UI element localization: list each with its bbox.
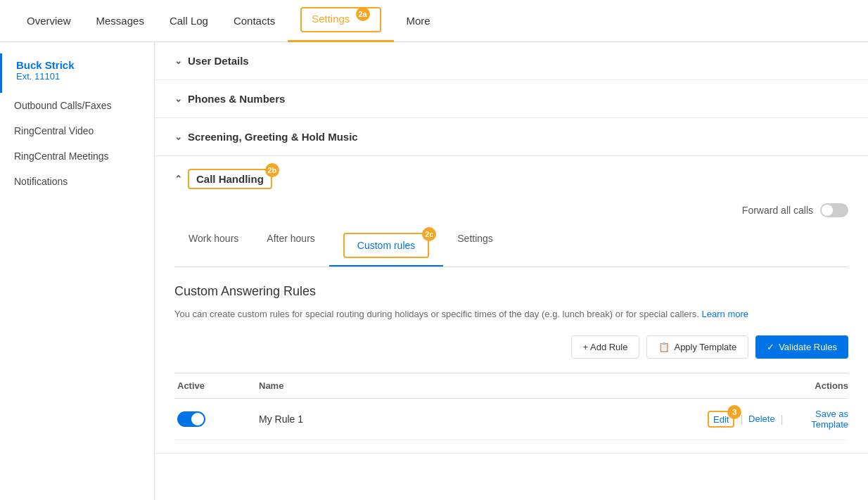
tab-after-hours[interactable]: After hours [253, 226, 328, 267]
rule-actions: Edit 3 | Delete | Save as Template [708, 409, 848, 430]
add-rule-button[interactable]: + Add Rule [571, 335, 640, 359]
settings-nav-outline: Settings 2a [300, 7, 381, 32]
forward-all-row: Forward all calls [174, 203, 848, 217]
call-handling-badge: 2b [265, 163, 279, 177]
sidebar-item-meetings[interactable]: RingCentral Meetings [0, 143, 154, 169]
phones-header[interactable]: ⌄ Phones & Numbers [174, 93, 848, 105]
screening-chevron: ⌄ [174, 132, 182, 142]
validate-rules-button[interactable]: ✓ Validate Rules [755, 335, 848, 359]
user-details-section: ⌄ User Details [155, 42, 868, 80]
nav-overview[interactable]: Overview [14, 0, 84, 42]
settings-badge: 2a [356, 7, 370, 21]
custom-rules-tab-badge: 2c [422, 227, 436, 241]
phones-section: ⌄ Phones & Numbers [155, 80, 868, 118]
sidebar-user-name: Buck Strick [16, 59, 140, 71]
call-handling-outline: Call Handling 2b [188, 169, 272, 189]
forward-all-label: Forward all calls [742, 205, 813, 216]
sidebar-item-notifications[interactable]: Notifications [0, 169, 154, 194]
learn-more-link[interactable]: Learn more [702, 309, 748, 319]
nav-calllog[interactable]: Call Log [157, 0, 221, 42]
edit-rule-link[interactable]: Edit [713, 414, 729, 425]
nav-messages[interactable]: Messages [84, 0, 157, 42]
tab-custom-rules[interactable]: Custom rules 2c [329, 226, 443, 267]
table-row: My Rule 1 Edit 3 | Delete | Save as Temp… [174, 399, 848, 440]
custom-rules-tab-outline: Custom rules 2c [343, 233, 429, 258]
apply-template-button[interactable]: 📋 Apply Template [646, 335, 748, 359]
col-header-name: Name [259, 380, 708, 391]
screening-header[interactable]: ⌄ Screening, Greeting & Hold Music [174, 131, 848, 143]
main-content: ⌄ User Details ⌄ Phones & Numbers ⌄ Scre… [155, 42, 868, 500]
sidebar-user: Buck Strick Ext. 11101 [0, 53, 154, 93]
custom-rules-tab-label: Custom rules [357, 240, 415, 251]
save-as-template-link[interactable]: Save as Template [789, 409, 848, 430]
nav-settings[interactable]: Settings 2a [288, 0, 393, 42]
user-details-label: User Details [188, 55, 249, 67]
rule-active-toggle-col [174, 411, 259, 427]
user-details-header[interactable]: ⌄ User Details [174, 55, 848, 67]
copy-icon: 📋 [658, 342, 670, 352]
rules-table: Active Name Actions My Rule 1 [174, 373, 848, 440]
nav-contacts[interactable]: Contacts [221, 0, 288, 42]
call-handling-header[interactable]: ⌃ Call Handling 2b [174, 169, 848, 189]
phones-chevron: ⌄ [174, 94, 182, 104]
call-handling-chevron: ⌃ [174, 174, 182, 184]
nav-more[interactable]: More [394, 0, 443, 42]
top-navigation: Overview Messages Call Log Contacts Sett… [0, 0, 868, 42]
phones-label: Phones & Numbers [188, 93, 285, 105]
screening-label: Screening, Greeting & Hold Music [188, 131, 358, 143]
col-header-active: Active [174, 380, 259, 391]
user-details-chevron: ⌄ [174, 56, 182, 66]
checkmark-icon: ✓ [767, 342, 774, 352]
custom-rules-title: Custom Answering Rules [174, 284, 848, 299]
custom-rules-content: Custom Answering Rules You can create cu… [174, 267, 848, 440]
sidebar: Buck Strick Ext. 11101 Outbound Calls/Fa… [0, 42, 155, 500]
forward-all-toggle[interactable] [820, 203, 848, 217]
call-handling-tabs-area: Forward all calls Work hours After hours… [174, 203, 848, 440]
rule-active-toggle[interactable] [177, 411, 205, 427]
edit-badge: 3 [727, 405, 741, 419]
call-handling-tabs: Work hours After hours Custom rules 2c S… [174, 226, 848, 267]
edit-outline: Edit 3 [708, 411, 734, 428]
screening-section: ⌄ Screening, Greeting & Hold Music [155, 118, 868, 156]
tab-settings[interactable]: Settings [443, 226, 507, 267]
action-separator-2: | [781, 414, 784, 425]
col-header-actions: Actions [708, 380, 848, 391]
delete-rule-link[interactable]: Delete [748, 414, 775, 424]
call-handling-label: Call Handling [196, 173, 264, 185]
custom-rules-description: You can create custom rules for special … [174, 307, 848, 321]
call-handling-section: ⌃ Call Handling 2b Forward all calls Wor… [155, 156, 868, 454]
rule-name: My Rule 1 [259, 414, 708, 425]
sidebar-item-outbound[interactable]: Outbound Calls/Faxes [0, 93, 154, 118]
sidebar-user-ext: Ext. 11101 [16, 71, 140, 82]
sidebar-item-video[interactable]: RingCentral Video [0, 118, 154, 143]
actions-row: + Add Rule 📋 Apply Template ✓ Validate R… [174, 335, 848, 359]
tab-work-hours[interactable]: Work hours [174, 226, 253, 267]
table-header: Active Name Actions [174, 373, 848, 399]
main-layout: Buck Strick Ext. 11101 Outbound Calls/Fa… [0, 42, 868, 500]
